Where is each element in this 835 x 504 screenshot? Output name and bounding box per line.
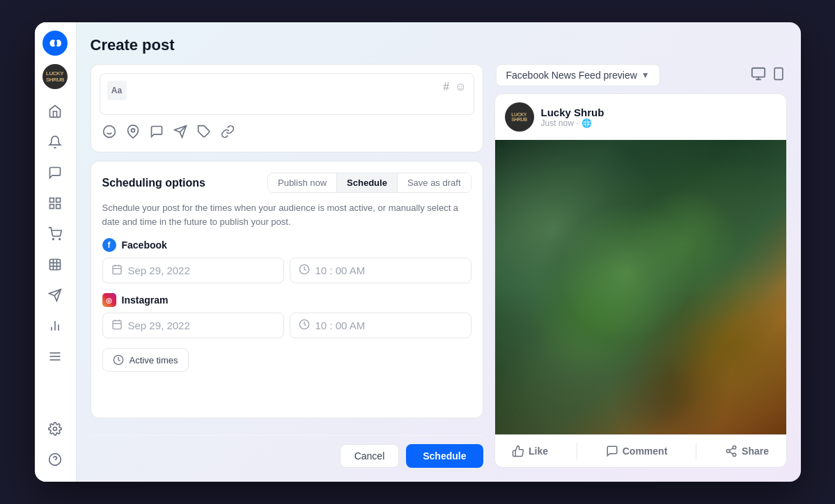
preview-header: Facebook News Feed preview ▼ bbox=[494, 64, 787, 86]
link-icon[interactable] bbox=[221, 125, 235, 142]
calendar-icon-ig bbox=[111, 319, 123, 332]
scheduling-title: Scheduling options bbox=[102, 177, 205, 189]
active-times-label: Active times bbox=[130, 355, 178, 365]
preview-subtitle: Just now · 🌐 bbox=[541, 118, 777, 128]
svg-line-45 bbox=[730, 452, 733, 454]
svg-point-42 bbox=[733, 446, 736, 450]
clock-icon bbox=[299, 264, 310, 277]
sidebar-item-analytics[interactable] bbox=[41, 312, 69, 340]
facebook-datetime-row: Sep 29, 2022 10 : 00 AM bbox=[102, 258, 471, 283]
comment-button[interactable]: Comment bbox=[600, 442, 673, 460]
svg-point-18 bbox=[54, 427, 57, 431]
facebook-date-input[interactable]: Sep 29, 2022 bbox=[102, 258, 284, 283]
cancel-button[interactable]: Cancel bbox=[340, 444, 400, 468]
preview-username: Lucky Shrub bbox=[541, 107, 777, 118]
messenger-icon[interactable] bbox=[150, 125, 164, 142]
boost-icon[interactable] bbox=[173, 125, 187, 142]
svg-point-43 bbox=[726, 450, 730, 453]
scheduling-panel: Scheduling options Publish now Schedule … bbox=[91, 161, 483, 418]
instagram-date-input[interactable]: Sep 29, 2022 bbox=[102, 313, 284, 338]
like-button[interactable]: Like bbox=[506, 442, 554, 460]
editor-toolbar bbox=[100, 120, 474, 143]
sidebar-item-messages[interactable] bbox=[41, 159, 69, 187]
preview-post-meta: Lucky Shrub Just now · 🌐 bbox=[541, 107, 777, 128]
preview-avatar: LUCKYSHRUB bbox=[505, 102, 534, 132]
sidebar-item-content[interactable] bbox=[41, 189, 69, 217]
svg-point-21 bbox=[103, 126, 115, 138]
svg-rect-26 bbox=[113, 266, 121, 274]
facebook-time-input[interactable]: 10 : 00 AM bbox=[290, 258, 471, 283]
post-editor: Aa # ☺ bbox=[91, 64, 483, 152]
location-icon[interactable] bbox=[126, 125, 140, 142]
sidebar-item-data[interactable] bbox=[41, 251, 69, 278]
facebook-icon: f bbox=[102, 238, 116, 252]
schedule-button[interactable]: Schedule bbox=[406, 444, 483, 468]
action-separator-2 bbox=[696, 443, 696, 459]
instagram-platform-label: ◎ Instagram bbox=[102, 293, 471, 307]
share-label: Share bbox=[742, 446, 769, 457]
sidebar-item-settings[interactable] bbox=[41, 415, 69, 443]
sidebar-item-home[interactable] bbox=[41, 97, 69, 125]
mobile-icon[interactable] bbox=[772, 66, 786, 85]
preview-image bbox=[495, 140, 786, 434]
svg-point-44 bbox=[733, 453, 736, 457]
panel-footer: Cancel Schedule bbox=[91, 435, 483, 468]
svg-rect-3 bbox=[50, 205, 54, 209]
preview-post-header: LUCKYSHRUB Lucky Shrub Just now · 🌐 bbox=[495, 94, 786, 140]
editor-right-icons: # ☺ bbox=[443, 81, 466, 93]
device-icons bbox=[751, 66, 786, 85]
action-separator-1 bbox=[577, 443, 577, 459]
sidebar-item-ads[interactable] bbox=[41, 281, 69, 309]
page-title: Create post bbox=[91, 36, 787, 54]
platform-instagram: ◎ Instagram Sep 29, 2022 bbox=[102, 293, 471, 338]
instagram-label: Instagram bbox=[122, 294, 169, 306]
scheduling-tabs: Publish now Schedule Save as draft bbox=[267, 173, 471, 193]
preview-actions: Like Comment Share bbox=[495, 434, 786, 467]
editor-text-area[interactable]: Aa # ☺ bbox=[100, 73, 474, 115]
tab-save-draft[interactable]: Save as draft bbox=[398, 173, 471, 192]
tag-icon[interactable] bbox=[197, 125, 211, 142]
globe-icon: 🌐 bbox=[582, 118, 592, 128]
emoji-picker-icon[interactable]: ☺ bbox=[455, 81, 466, 93]
svg-point-24 bbox=[131, 129, 134, 132]
tab-publish-now[interactable]: Publish now bbox=[268, 173, 337, 192]
facebook-label: Facebook bbox=[122, 239, 167, 251]
sidebar-item-notifications[interactable] bbox=[41, 128, 69, 156]
preview-dropdown[interactable]: Facebook News Feed preview ▼ bbox=[496, 64, 660, 86]
instagram-time-input[interactable]: 10 : 00 AM bbox=[290, 313, 471, 338]
active-times-button[interactable]: Active times bbox=[102, 348, 189, 372]
right-panel: Facebook News Feed preview ▼ LU bbox=[494, 64, 787, 468]
hashtag-icon[interactable]: # bbox=[443, 81, 449, 93]
svg-rect-1 bbox=[50, 198, 54, 203]
meta-logo[interactable] bbox=[42, 31, 68, 56]
like-label: Like bbox=[529, 446, 548, 457]
svg-rect-37 bbox=[751, 68, 764, 77]
left-panel: Aa # ☺ bbox=[91, 64, 483, 468]
sidebar: LUCKYSHRUB bbox=[35, 22, 77, 482]
format-text-icon[interactable]: Aa bbox=[107, 81, 127, 100]
svg-rect-31 bbox=[113, 321, 121, 329]
svg-rect-7 bbox=[50, 260, 61, 270]
svg-rect-2 bbox=[56, 198, 61, 203]
scheduling-header: Scheduling options Publish now Schedule … bbox=[102, 173, 471, 193]
share-button[interactable]: Share bbox=[719, 442, 774, 460]
content-area: Aa # ☺ bbox=[91, 64, 787, 468]
sidebar-item-commerce[interactable] bbox=[41, 220, 69, 248]
brand-avatar[interactable]: LUCKYSHRUB bbox=[42, 64, 68, 89]
instagram-datetime-row: Sep 29, 2022 10 : 00 AM bbox=[102, 313, 471, 338]
comment-label: Comment bbox=[623, 446, 668, 457]
facebook-platform-label: f Facebook bbox=[102, 238, 471, 252]
instagram-icon: ◎ bbox=[102, 293, 116, 307]
main-content: Create post Aa # ☺ bbox=[77, 22, 801, 482]
svg-rect-4 bbox=[56, 205, 61, 209]
svg-point-0 bbox=[54, 40, 57, 46]
tab-schedule[interactable]: Schedule bbox=[337, 173, 398, 192]
preview-card: LUCKYSHRUB Lucky Shrub Just now · 🌐 bbox=[494, 93, 787, 468]
svg-point-6 bbox=[59, 239, 61, 240]
chevron-down-icon: ▼ bbox=[641, 70, 650, 80]
preview-dropdown-label: Facebook News Feed preview bbox=[506, 70, 637, 81]
sidebar-item-more[interactable] bbox=[41, 342, 69, 370]
emoji-icon[interactable] bbox=[102, 125, 116, 142]
desktop-icon[interactable] bbox=[751, 66, 766, 85]
sidebar-item-help[interactable] bbox=[41, 446, 69, 473]
